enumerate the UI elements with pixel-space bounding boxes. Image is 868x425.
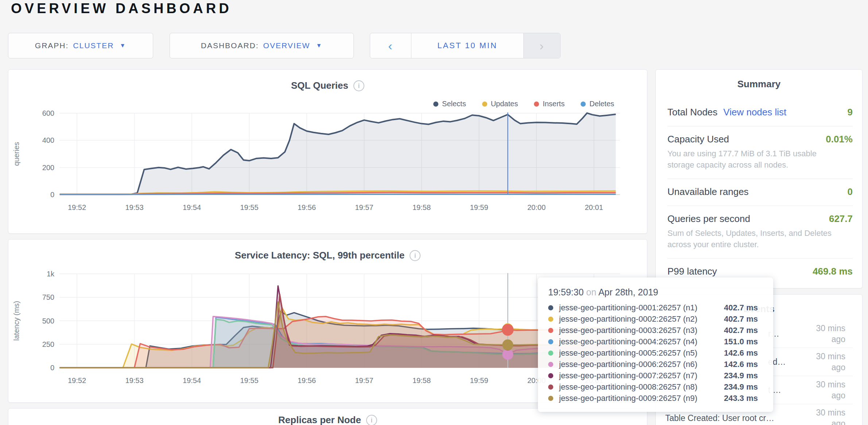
summary-label: Total Nodes: [667, 107, 717, 118]
tooltip-node-name: jesse-geo-partitioning-0002:26257 (n2): [559, 314, 724, 324]
legend-label: Deletes: [589, 100, 614, 108]
sql-queries-title: SQL Queries: [291, 80, 348, 91]
tooltip-row: jesse-geo-partitioning-0008:26257 (n8)23…: [548, 381, 763, 393]
summary-label: Queries per second: [667, 213, 750, 225]
dashboard-dropdown-value: OVERVIEW: [263, 41, 310, 50]
tooltip-node-name: jesse-geo-partitioning-0006:26257 (n6): [559, 360, 724, 369]
series-dot: [548, 317, 553, 322]
series-dot: [548, 305, 553, 310]
summary-label: P99 latency: [667, 266, 717, 277]
summary-row-total-nodes: Total Nodes View nodes list 9: [667, 99, 853, 126]
tooltip-on: on: [586, 287, 596, 297]
summary-value: 0.01%: [826, 134, 853, 145]
dashboard-dropdown-label: DASHBOARD:: [201, 41, 259, 50]
tooltip-node-value: 402.7 ms: [724, 326, 758, 335]
sql-queries-card: SQL Queries SelectsUpdatesInsertsDeletes: [8, 69, 647, 234]
sql-queries-legend: SelectsUpdatesInsertsDeletes: [433, 100, 614, 108]
time-window-selector: ‹ LAST 10 MIN ›: [370, 33, 561, 58]
chart-hover-tooltip: 19:59:30 on Apr 28th, 2019 jesse-geo-par…: [538, 277, 773, 412]
series-dot: [548, 339, 553, 344]
summary-label: Unavailable ranges: [667, 186, 749, 198]
tooltip-node-name: jesse-geo-partitioning-0007:26257 (n7): [559, 371, 724, 380]
summary-value: 0: [848, 186, 853, 198]
chevron-left-icon: ‹: [388, 39, 393, 53]
tooltip-row: jesse-geo-partitioning-0001:26257 (n1)40…: [548, 302, 763, 313]
event-timestamp: 30 mins ago: [805, 351, 845, 373]
tooltip-node-value: 402.7 ms: [724, 314, 758, 324]
info-icon[interactable]: [410, 250, 421, 261]
graph-dropdown-value: CLUSTER: [73, 41, 114, 50]
tooltip-node-name: jesse-geo-partitioning-0008:26257 (n8): [559, 382, 724, 392]
tooltip-timestamp: 19:59:30 on Apr 28th, 2019: [548, 287, 763, 298]
tooltip-row: jesse-geo-partitioning-0004:26257 (n4)15…: [548, 336, 763, 347]
graph-dropdown[interactable]: GRAPH: CLUSTER: [8, 33, 153, 58]
dashboard-dropdown[interactable]: DASHBOARD: OVERVIEW: [170, 33, 354, 58]
replicas-per-node-title: Replicas per Node: [278, 414, 361, 425]
summary-row-queries-per-second: Queries per second 627.7 Sum of Selects,…: [667, 206, 853, 258]
tooltip-node-value: 243.3 ms: [724, 394, 758, 403]
time-window-next-button[interactable]: ›: [523, 33, 560, 58]
event-timestamp: 30 mins ago: [805, 379, 845, 401]
legend-item-deletes[interactable]: Deletes: [581, 100, 614, 108]
tooltip-node-value: 151.0 ms: [724, 337, 758, 346]
tooltip-node-name: jesse-geo-partitioning-0009:26257 (n9): [559, 394, 724, 403]
tooltip-row: jesse-geo-partitioning-0002:26257 (n2)40…: [548, 313, 763, 325]
page-title: OVERVIEW DASHBOARD: [11, 1, 232, 16]
summary-title: Summary: [656, 70, 862, 90]
tooltip-node-value: 234.9 ms: [724, 371, 758, 380]
series-dot: [548, 362, 553, 367]
summary-value: 469.8 ms: [813, 266, 853, 277]
summary-label: Capacity Used: [667, 134, 729, 145]
chevron-down-icon: [316, 42, 322, 49]
series-dot: [548, 373, 553, 378]
tooltip-row: jesse-geo-partitioning-0007:26257 (n7)23…: [548, 370, 763, 381]
legend-dot: [534, 102, 539, 107]
service-latency-title: Service Latency: SQL, 99th percentile: [235, 250, 404, 261]
tooltip-row: jesse-geo-partitioning-0006:26257 (n6)14…: [548, 359, 763, 370]
tooltip-date: Apr 28th, 2019: [598, 287, 658, 297]
tooltip-node-value: 142.6 ms: [724, 348, 758, 358]
tooltip-node-name: jesse-geo-partitioning-0003:26257 (n3): [559, 326, 724, 335]
legend-item-selects[interactable]: Selects: [433, 100, 466, 108]
chevron-right-icon: ›: [539, 39, 544, 53]
legend-dot: [581, 102, 586, 107]
legend-label: Updates: [491, 100, 518, 108]
summary-panel: Summary Total Nodes View nodes list 9 Ca…: [655, 69, 863, 288]
summary-row-capacity-used: Capacity Used 0.01% You are using 177.7 …: [667, 126, 853, 179]
chevron-down-icon: [120, 42, 126, 49]
legend-dot: [433, 102, 438, 107]
series-dot: [548, 351, 553, 356]
tooltip-node-name: jesse-geo-partitioning-0005:26257 (n5): [559, 348, 724, 358]
info-icon[interactable]: [366, 415, 377, 425]
graph-dropdown-label: GRAPH:: [35, 41, 69, 50]
tooltip-time: 19:59:30: [548, 287, 584, 297]
tooltip-node-value: 142.6 ms: [724, 360, 758, 369]
time-window-prev-button[interactable]: ‹: [370, 33, 411, 58]
legend-item-inserts[interactable]: Inserts: [534, 100, 565, 108]
info-icon[interactable]: [353, 80, 364, 91]
tooltip-rows: jesse-geo-partitioning-0001:26257 (n1)40…: [548, 302, 763, 404]
tooltip-row: jesse-geo-partitioning-0005:26257 (n5)14…: [548, 347, 763, 359]
view-nodes-list-link[interactable]: View nodes list: [723, 107, 786, 118]
event-timestamp: 30 mins ago: [805, 323, 845, 345]
event-timestamp: 30 mins ago: [805, 407, 845, 425]
tooltip-node-name: jesse-geo-partitioning-0004:26257 (n4): [559, 337, 724, 346]
legend-label: Inserts: [543, 100, 565, 108]
tooltip-row: jesse-geo-partitioning-0009:26257 (n9)24…: [548, 393, 763, 404]
legend-item-updates[interactable]: Updates: [482, 100, 518, 108]
summary-value: 9: [848, 107, 853, 118]
summary-description: You are using 177.7 MiB of 3.1 TiB usabl…: [667, 148, 839, 171]
summary-row-unavailable-ranges: Unavailable ranges 0: [667, 179, 853, 206]
legend-dot: [482, 102, 487, 107]
time-window-label[interactable]: LAST 10 MIN: [411, 33, 523, 58]
event-description: Table Created: User root cr…: [665, 413, 774, 423]
series-dot: [548, 328, 553, 333]
summary-description: Sum of Selects, Updates, Inserts, and De…: [667, 227, 839, 250]
tooltip-row: jesse-geo-partitioning-0003:26257 (n3)40…: [548, 325, 763, 336]
summary-value: 627.7: [829, 213, 853, 225]
tooltip-node-name: jesse-geo-partitioning-0001:26257 (n1): [559, 303, 724, 313]
series-dot: [548, 396, 553, 401]
legend-label: Selects: [442, 100, 466, 108]
tooltip-node-value: 234.9 ms: [724, 382, 758, 392]
series-dot: [548, 384, 553, 390]
